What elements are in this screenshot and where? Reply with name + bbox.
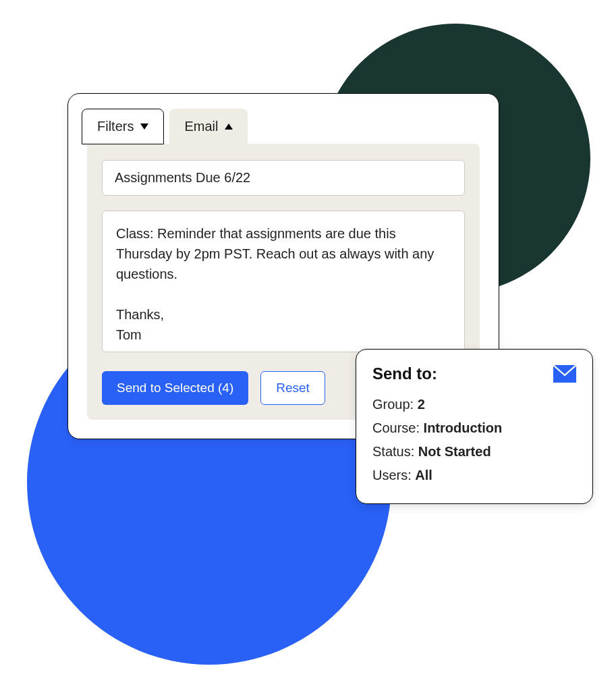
tab-filters[interactable]: Filters: [82, 109, 164, 144]
group-label: Group:: [372, 397, 418, 412]
send-to-users-row: Users: All: [372, 464, 576, 487]
tab-filters-label: Filters: [97, 119, 134, 134]
users-label: Users:: [372, 468, 415, 482]
popover-header: Send to:: [372, 364, 576, 383]
course-value: Introduction: [424, 420, 503, 435]
send-to-course-row: Course: Introduction: [372, 416, 576, 440]
send-to-title: Send to:: [372, 364, 437, 383]
tab-email[interactable]: Email: [169, 109, 248, 144]
chevron-down-icon: [140, 123, 148, 130]
mail-icon: [553, 365, 576, 383]
send-to-selected-button[interactable]: Send to Selected (4): [102, 371, 248, 405]
course-label: Course:: [372, 420, 424, 435]
reset-button[interactable]: Reset: [260, 371, 325, 405]
group-value: 2: [418, 397, 425, 412]
send-to-popover: Send to: Group: 2 Course: Introduction S…: [356, 349, 593, 504]
send-to-status-row: Status: Not Started: [372, 440, 576, 464]
status-value: Not Started: [418, 444, 491, 459]
users-value: All: [415, 468, 432, 482]
email-body-textarea[interactable]: Class: Reminder that assignments are due…: [102, 211, 465, 352]
tab-email-label: Email: [184, 119, 218, 134]
tab-row: Filters Email: [82, 109, 480, 144]
send-to-group-row: Group: 2: [372, 393, 576, 416]
status-label: Status:: [372, 444, 418, 459]
email-subject-input[interactable]: [102, 160, 465, 196]
chevron-up-icon: [225, 123, 233, 130]
